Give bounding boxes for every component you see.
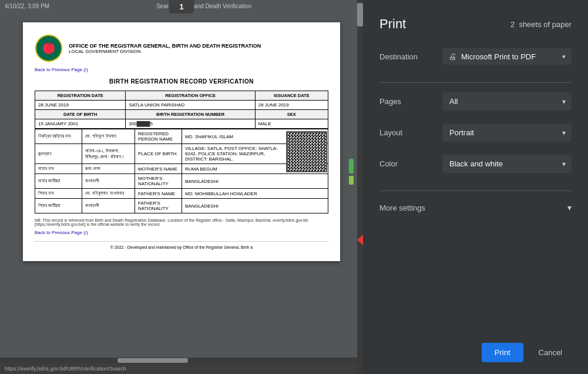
col-reg-office: REGISTRATION OFFICE: [126, 91, 255, 101]
back-link-top[interactable]: Back to Previous Page (/): [35, 67, 328, 72]
more-settings-label: More settings: [379, 203, 425, 212]
field-label-bn: পিতার নাম: [35, 189, 82, 199]
chevron-down-icon: ▾: [562, 53, 566, 61]
table-row: DATE OF BIRTH BIRTH REGISTRATION NUMBER …: [35, 110, 328, 119]
divider: [379, 82, 572, 83]
field-label-en: MOTHER'S NAME: [135, 164, 182, 174]
col-issuance-date: ISSUANCE DATE: [255, 91, 328, 101]
print-actions: Print Cancel: [379, 343, 572, 362]
destination-value: Microsoft Print to PDF: [461, 52, 557, 61]
table-row: পিতার নাম মো. মহিবুল্লাহ হাওলাদার FATHER…: [35, 189, 328, 199]
pages-label: Pages: [379, 97, 426, 106]
person-details-table: নিবন্ধিত ব্যক্তির নাম মো. শফিকুল ইসলাম R…: [35, 129, 328, 213]
expand-icon: ▾: [567, 203, 572, 212]
color-label: Color: [379, 159, 426, 168]
field-value-en: BANGLADESHI: [182, 199, 328, 213]
table-row: নিবন্ধিত ব্যক্তির নাম মো. শফিকুল ইসলাম R…: [35, 129, 328, 144]
sheets-label: sheets of paper: [519, 20, 572, 29]
field-label-bn: নিবন্ধিত ব্যক্তির নাম: [35, 129, 82, 144]
dob-value: 15 JANUARY 2001: [35, 119, 126, 129]
field-label-bn: মাতার নাম: [35, 164, 82, 174]
table-row: 15 JANUARY 2001 200████5 MALE: [35, 119, 328, 129]
field-label-bn: পিতার জাতীয়তা: [35, 199, 82, 213]
field-value-bn: রুমা বেগম: [82, 164, 135, 174]
layout-row: Layout Portrait Landscape ▾: [379, 123, 572, 142]
more-settings-row[interactable]: More settings ▾: [379, 201, 572, 215]
org-logo: 🇧🇩: [35, 34, 63, 62]
table-row: 28 JUNE 2019 SATLA UNION PARISHAD 28 JUN…: [35, 101, 328, 110]
field-value-bn: সাতলা-৩৪২, উপজেলা: উজিরপুর, জেলা: বরিশাল…: [82, 144, 135, 164]
field-value-bn: মো. শফিকুল ইসলাম: [82, 129, 135, 144]
preview-timestamp: 4/10/22, 3:09 PM: [5, 3, 49, 9]
org-division: LOCAL GOVERNMENT DIVISION: [69, 49, 261, 54]
table-row: মাতার জাতীয়তা বাংলাদেশী MOTHER'S NATION…: [35, 174, 328, 189]
field-label-bn: জন্মস্থান: [35, 144, 82, 164]
layout-label: Layout: [379, 128, 426, 137]
page-number-badge: 1: [169, 0, 194, 14]
url-text: https://everify.bdris.gov.bd/UBRNVerific…: [5, 366, 126, 372]
field-label-en: MOTHER'S NATIONALITY: [135, 174, 182, 189]
scrollbar-horizontal[interactable]: [0, 358, 357, 363]
field-value-en: MD. MOHIBBULLAH HOWLADER: [182, 189, 328, 199]
scroll-arrow: [357, 229, 363, 251]
pages-select-wrapper: All Odd pages only Even pages only Custo…: [442, 92, 572, 111]
col-birth-reg-num: BIRTH REGISTRATION NUMBER: [126, 110, 255, 119]
cancel-button[interactable]: Cancel: [529, 343, 572, 362]
table-row: মাতার নাম রুমা বেগম MOTHER'S NAME RUMA B…: [35, 164, 328, 174]
url-bar: https://everify.bdris.gov.bd/UBRNVerific…: [0, 363, 357, 374]
field-label-bn: মাতার জাতীয়তা: [35, 174, 82, 189]
destination-row: Destination 🖨 Microsoft Print to PDF ▾: [379, 48, 572, 65]
scrollbar-thumb-horizontal[interactable]: [117, 358, 188, 363]
field-value-bn: মো. মহিবুল্লাহ হাওলাদার: [82, 189, 135, 199]
doc-copyright: © 2022 - Developed and maintained by Off…: [35, 241, 328, 249]
divider-2: [379, 191, 572, 191]
field-value-en: BANGLADESHI: [182, 174, 328, 189]
pages-row: Pages All Odd pages only Even pages only…: [379, 92, 572, 111]
registration-table: REGISTRATION DATE REGISTRATION OFFICE IS…: [35, 91, 328, 129]
reg-date-value: 28 JUNE 2019: [35, 101, 126, 110]
field-label-en: REGISTERED PERSON NAME: [135, 129, 182, 144]
layout-select[interactable]: Portrait Landscape: [442, 123, 572, 142]
field-label-en: FATHER'S NAME: [135, 189, 182, 199]
scrollbar-thumb-vertical[interactable]: [357, 3, 363, 26]
doc-footer-note: NB: This record is retrieved from Birth …: [35, 218, 328, 226]
color-select-wrapper: Black and white Color ▾: [442, 155, 572, 173]
pages-select[interactable]: All Odd pages only Even pages only Custo…: [442, 92, 572, 111]
document-content: 🇧🇩 OFFICE OF THE REGISTRAR GENERAL, BIRT…: [23, 22, 340, 261]
color-select[interactable]: Black and white Color: [442, 155, 572, 173]
layout-select-wrapper: Portrait Landscape ▾: [442, 123, 572, 142]
preview-panel: 4/10/22, 3:09 PM Search - Birth and Deat…: [0, 0, 363, 374]
field-label-en: PLACE OF BIRTH: [135, 144, 182, 164]
back-link-bottom[interactable]: Back to Previous Page (/): [35, 230, 328, 235]
org-name: OFFICE OF THE REGISTRAR GENERAL, BIRTH A…: [69, 43, 261, 49]
spacer: [379, 215, 572, 337]
sheets-count: 2: [510, 20, 515, 29]
print-panel: Print 2 sheets of paper Destination 🖨 Mi…: [363, 0, 588, 374]
sex-value: MALE: [255, 119, 328, 129]
sheets-info: 2 sheets of paper: [510, 20, 572, 29]
destination-select[interactable]: 🖨 Microsoft Print to PDF ▾: [442, 48, 572, 65]
col-reg-date: REGISTRATION DATE: [35, 91, 126, 101]
birth-reg-num-value: 200████5: [126, 119, 255, 129]
svg-text:🇧🇩: 🇧🇩: [47, 41, 51, 45]
scrollbar-vertical[interactable]: [357, 0, 363, 374]
destination-label: Destination: [379, 52, 426, 61]
field-value-bn: বাংলাদেশী: [82, 174, 135, 189]
color-row: Color Black and white Color ▾: [379, 155, 572, 173]
doc-main-title: BIRTH REGISTRATION RECORD VERIFICATION: [35, 78, 328, 85]
issuance-date-value: 28 JUNE 2019: [255, 101, 328, 110]
print-header: Print 2 sheets of paper: [379, 16, 572, 32]
print-title: Print: [379, 16, 406, 32]
print-button[interactable]: Print: [482, 343, 523, 362]
field-value-bn: বাংলাদেশী: [82, 199, 135, 213]
scroll-position-indicator: [349, 159, 356, 185]
reg-office-value: SATLA UNION PARISHAD: [126, 101, 255, 110]
field-label-en: FATHER'S NATIONALITY: [135, 199, 182, 213]
table-row: পিতার জাতীয়তা বাংলাদেশী FATHER'S NATION…: [35, 199, 328, 213]
col-dob: DATE OF BIRTH: [35, 110, 126, 119]
printer-icon: 🖨: [448, 52, 456, 61]
qr-code: [286, 131, 327, 172]
col-sex: SEX: [255, 110, 328, 119]
table-row: জন্মস্থান সাতলা-৩৪২, উপজেলা: উজিরপুর, জে…: [35, 144, 328, 164]
